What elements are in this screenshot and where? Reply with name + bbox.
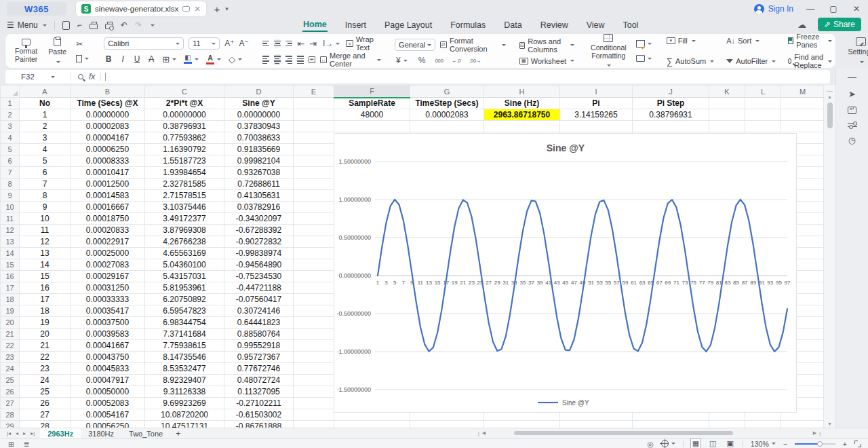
column-header-L[interactable]: L bbox=[745, 86, 781, 98]
cell-D24[interactable]: 0.77672746 bbox=[224, 363, 294, 375]
cell-D4[interactable]: 0.70038633 bbox=[224, 132, 294, 144]
cell-A2[interactable]: 1 bbox=[20, 109, 71, 121]
cell-style-button[interactable] bbox=[635, 55, 653, 62]
cell-A6[interactable]: 5 bbox=[20, 155, 71, 167]
cell-G3[interactable] bbox=[410, 121, 484, 132]
strikethrough-button[interactable]: A bbox=[146, 54, 156, 64]
column-header-C[interactable]: C bbox=[145, 86, 224, 98]
cell-E25[interactable] bbox=[294, 375, 334, 386]
cell-B8[interactable]: 0.00012500 bbox=[71, 179, 145, 190]
zoom-slider-handle[interactable] bbox=[817, 441, 823, 447]
cell-B7[interactable]: 0.00010417 bbox=[71, 167, 145, 179]
cell-G29[interactable] bbox=[410, 421, 484, 428]
first-sheet-icon[interactable]: |◂ bbox=[7, 430, 11, 436]
fill-color-button[interactable]: ◧ bbox=[182, 54, 200, 64]
underline-button[interactable]: U bbox=[132, 54, 142, 64]
cell-M3[interactable] bbox=[781, 121, 825, 132]
cell-D10[interactable]: 0.03782916 bbox=[224, 202, 294, 213]
last-sheet-icon[interactable]: ▸| bbox=[31, 430, 35, 436]
tab-tool[interactable]: Tool bbox=[623, 19, 639, 31]
conditional-formatting-button[interactable]: Conditional Formatting bbox=[588, 33, 629, 69]
cell-D8[interactable]: 0.72688611 bbox=[224, 179, 294, 190]
cell-E23[interactable] bbox=[294, 352, 334, 363]
cell-A1[interactable]: No bbox=[20, 98, 71, 109]
cell-B25[interactable]: 0.00047917 bbox=[71, 375, 145, 386]
cell-B9[interactable]: 0.00014583 bbox=[71, 190, 145, 202]
row-header-21[interactable]: 21 bbox=[1, 329, 20, 340]
row-header-15[interactable]: 15 bbox=[1, 259, 20, 271]
cell-C8[interactable]: 2.32781585 bbox=[145, 179, 224, 190]
cell-C4[interactable]: 0.77593862 bbox=[145, 132, 224, 144]
row-header-25[interactable]: 25 bbox=[1, 375, 20, 386]
currency-format-button[interactable]: ¥ bbox=[395, 56, 409, 65]
cell-B26[interactable]: 0.00050000 bbox=[71, 386, 145, 398]
sign-in-button[interactable]: Sign In bbox=[754, 4, 793, 14]
row-header-2[interactable]: 2 bbox=[1, 109, 20, 121]
paste-button[interactable]: Paste bbox=[45, 36, 69, 65]
cell-F29[interactable] bbox=[334, 421, 410, 428]
fullscreen-icon[interactable] bbox=[854, 441, 861, 447]
shrink-font-button[interactable]: A⁻ bbox=[239, 39, 248, 48]
cell-D16[interactable]: -0.75234530 bbox=[224, 271, 294, 282]
select-all-corner[interactable] bbox=[1, 86, 20, 98]
row-header-10[interactable]: 10 bbox=[1, 202, 20, 213]
cell-A20[interactable]: 19 bbox=[20, 317, 71, 329]
chart[interactable]: 1.500000001.000000000.500000000.00000000… bbox=[334, 133, 797, 413]
cell-E29[interactable] bbox=[294, 421, 334, 428]
cell-E2[interactable] bbox=[294, 109, 334, 121]
cell-J2[interactable]: 0.38796931 bbox=[633, 109, 709, 121]
row-header-23[interactable]: 23 bbox=[1, 352, 20, 363]
cell-D27[interactable]: -0.27102211 bbox=[224, 398, 294, 409]
print-icon[interactable] bbox=[90, 24, 98, 29]
row-header-22[interactable]: 22 bbox=[1, 340, 20, 352]
tab-preview-icon[interactable] bbox=[182, 6, 190, 12]
cell-D2[interactable]: 0.00000000 bbox=[224, 109, 294, 121]
comma-format-button[interactable]: 000 bbox=[435, 58, 443, 64]
sheet-tab-two-tone[interactable]: Two_Tone bbox=[121, 428, 170, 439]
sheet-tab-2963hz[interactable]: 2963Hz bbox=[40, 428, 81, 439]
cell-C22[interactable]: 7.75938615 bbox=[145, 340, 224, 352]
maximize-button[interactable]: ▢ bbox=[827, 4, 840, 14]
cell-D21[interactable]: 0.88580764 bbox=[224, 329, 294, 340]
cell-A4[interactable]: 3 bbox=[20, 132, 71, 144]
cell-E8[interactable] bbox=[294, 179, 334, 190]
row-header-11[interactable]: 11 bbox=[1, 213, 20, 225]
cell-E4[interactable] bbox=[294, 132, 334, 144]
tab-view[interactable]: View bbox=[586, 19, 606, 31]
cell-A26[interactable]: 25 bbox=[20, 386, 71, 398]
cell-K29[interactable] bbox=[709, 421, 745, 428]
bold-button[interactable]: B bbox=[104, 54, 113, 64]
cell-A28[interactable]: 27 bbox=[20, 409, 71, 421]
cell-K1[interactable] bbox=[709, 98, 745, 109]
merge-center-button[interactable]: ↔Merge and Center bbox=[320, 52, 381, 68]
cell-D26[interactable]: 0.11327095 bbox=[224, 386, 294, 398]
cell-C29[interactable]: 10.47517131 bbox=[145, 421, 224, 428]
find-replace-button[interactable]: Find and Replace bbox=[788, 53, 831, 69]
cell-C28[interactable]: 10.08720200 bbox=[145, 409, 224, 421]
cell-I3[interactable] bbox=[560, 121, 633, 132]
cell-A17[interactable]: 16 bbox=[20, 282, 71, 294]
sheet-tab-3180hz[interactable]: 3180Hz bbox=[81, 428, 121, 439]
column-header-I[interactable]: I bbox=[560, 86, 633, 98]
cell-B22[interactable]: 0.00041667 bbox=[71, 340, 145, 352]
vertical-scrollbar[interactable]: — ▲ ▼ bbox=[823, 85, 835, 428]
row-header-6[interactable]: 6 bbox=[1, 155, 20, 167]
cell-D13[interactable]: -0.90272832 bbox=[224, 236, 294, 248]
cell-C27[interactable]: 9.69923269 bbox=[145, 398, 224, 409]
undo-icon[interactable]: ↶ bbox=[121, 20, 127, 30]
cell-C10[interactable]: 3.10375446 bbox=[145, 202, 224, 213]
selection-pan-button[interactable] bbox=[661, 440, 675, 447]
tab-page-layout[interactable]: Page Layout bbox=[384, 19, 433, 31]
cell-B5[interactable]: 0.00006250 bbox=[71, 144, 145, 155]
row-header-29[interactable]: 29 bbox=[1, 421, 20, 428]
cell-G2[interactable]: 0.00002083 bbox=[410, 109, 484, 121]
cell-C12[interactable]: 3.87969308 bbox=[145, 225, 224, 236]
cell-L3[interactable] bbox=[745, 121, 781, 132]
row-header-12[interactable]: 12 bbox=[1, 225, 20, 236]
normal-view-button[interactable]: ▦ bbox=[691, 439, 701, 448]
minimize-button[interactable]: — bbox=[804, 4, 816, 14]
cell-E3[interactable] bbox=[294, 121, 334, 132]
row-header-1[interactable]: 1 bbox=[1, 98, 20, 109]
cell-D7[interactable]: 0.93267038 bbox=[224, 167, 294, 179]
font-color-button[interactable]: A bbox=[205, 54, 222, 64]
